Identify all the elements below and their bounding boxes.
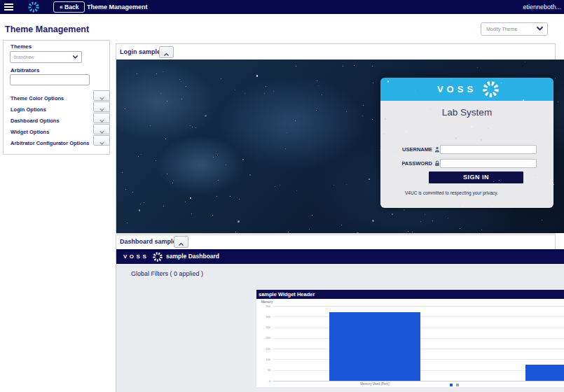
user-menu[interactable]: etienneboth... bbox=[523, 0, 561, 14]
star-dot bbox=[558, 102, 558, 102]
dashboard-brand-text: VOSS bbox=[123, 253, 149, 260]
star-dot bbox=[132, 192, 133, 192]
section-expand-button[interactable] bbox=[93, 124, 110, 134]
themes-label: Themes bbox=[11, 43, 32, 50]
star-dot bbox=[316, 110, 317, 111]
arbitrators-input[interactable] bbox=[10, 74, 90, 85]
themes-select-value: brandnew bbox=[14, 52, 34, 62]
star-dot bbox=[471, 126, 472, 127]
star-dot bbox=[433, 120, 434, 121]
star-dot bbox=[192, 127, 193, 127]
chart-y-tick-label: 150 bbox=[256, 347, 270, 351]
theme-management-page: « Back Theme Management etienneboth... T… bbox=[0, 0, 564, 392]
legend-swatch bbox=[450, 384, 453, 386]
star-dot bbox=[465, 189, 466, 190]
chevron-down-icon bbox=[99, 97, 105, 101]
star-dot bbox=[213, 157, 214, 158]
section-label: Theme Color Options bbox=[11, 95, 64, 102]
section-expand-button[interactable] bbox=[93, 135, 110, 146]
login-sample-title: Login sample bbox=[120, 48, 160, 55]
star-dot bbox=[372, 66, 373, 66]
chart-bar[interactable] bbox=[329, 312, 420, 381]
login-card-header: VOSS bbox=[380, 78, 553, 101]
star-dot bbox=[230, 196, 231, 197]
chart-y-axis-title: Memory bbox=[261, 300, 273, 304]
star-dot bbox=[127, 223, 128, 223]
star-dot bbox=[296, 190, 297, 191]
password-input[interactable] bbox=[440, 159, 537, 168]
star-dot bbox=[156, 160, 156, 161]
star-dot bbox=[412, 232, 413, 232]
star-dot bbox=[218, 180, 219, 181]
chart-y-tick-label: 350 bbox=[256, 304, 270, 308]
modify-theme-value: Modify Theme bbox=[486, 23, 517, 35]
dashboard-title: sample Dashboard bbox=[166, 249, 219, 264]
section-expand-button[interactable] bbox=[93, 90, 110, 101]
lock-icon bbox=[434, 160, 440, 167]
star-dot bbox=[125, 108, 125, 109]
star-dot bbox=[425, 214, 425, 215]
star-dot bbox=[181, 81, 181, 82]
hamburger-menu-icon[interactable] bbox=[4, 4, 13, 10]
star-dot bbox=[179, 79, 180, 80]
star-dot bbox=[420, 221, 421, 222]
star-dot bbox=[343, 66, 343, 66]
section-expand-button[interactable] bbox=[93, 102, 110, 112]
modify-theme-select[interactable]: Modify Theme bbox=[481, 22, 548, 36]
chart-bar[interactable] bbox=[525, 365, 564, 381]
star-dot bbox=[122, 172, 123, 173]
voss-logo-icon bbox=[152, 251, 163, 262]
star-dot bbox=[481, 139, 482, 141]
widget-header: sample Widget Header bbox=[256, 290, 564, 299]
global-filters-label[interactable]: Global Filters ( 0 applied ) bbox=[131, 270, 203, 277]
star-dot bbox=[205, 115, 207, 117]
star-dot bbox=[322, 94, 322, 95]
star-dot bbox=[309, 229, 310, 230]
login-sample-panel: Login sample VOSS Lab System USERNAME bbox=[116, 43, 556, 234]
star-dot bbox=[341, 225, 342, 225]
star-dot bbox=[455, 137, 458, 139]
star-dot bbox=[266, 86, 266, 87]
star-dot bbox=[167, 174, 167, 174]
star-dot bbox=[235, 90, 235, 90]
legend-swatch bbox=[456, 384, 459, 386]
back-button[interactable]: « Back bbox=[53, 1, 85, 13]
themes-select[interactable]: brandnew bbox=[10, 51, 82, 63]
star-dot bbox=[448, 218, 448, 218]
star-dot bbox=[163, 206, 164, 206]
chevron-down-icon bbox=[99, 108, 105, 112]
star-dot bbox=[363, 105, 364, 106]
login-sample-collapse-button[interactable] bbox=[159, 46, 174, 58]
chevron-down-icon bbox=[99, 130, 105, 134]
dashboard-sample-collapse-button[interactable] bbox=[174, 236, 188, 248]
login-brand-text: VOSS bbox=[437, 84, 476, 94]
chevron-down-icon bbox=[99, 141, 105, 146]
password-row: PASSWORD bbox=[380, 159, 553, 169]
star-dot bbox=[249, 174, 252, 176]
section-label: Arbitrator Configurator Options bbox=[11, 140, 90, 146]
star-dot bbox=[383, 134, 384, 134]
sign-in-button[interactable]: SIGN IN bbox=[429, 172, 523, 183]
privacy-statement: V4UC is committed to respecting your pri… bbox=[405, 190, 498, 195]
star-dot bbox=[530, 204, 531, 205]
star-dot bbox=[481, 230, 482, 230]
chart-legend[interactable] bbox=[450, 384, 459, 386]
arbitrators-label: Arbitrators bbox=[11, 67, 39, 74]
star-dot bbox=[357, 232, 358, 233]
star-dot bbox=[372, 119, 373, 120]
star-dot bbox=[163, 71, 163, 72]
star-dot bbox=[372, 220, 374, 222]
chart-y-tick-label: 200 bbox=[256, 336, 270, 340]
star-dot bbox=[490, 109, 491, 110]
star-dot bbox=[226, 164, 226, 165]
username-input[interactable] bbox=[440, 145, 537, 154]
chevron-up-icon bbox=[163, 52, 170, 57]
sidebar-section-theme-color-options: Theme Color Options bbox=[11, 90, 106, 100]
section-expand-button[interactable] bbox=[93, 113, 110, 123]
star-dot bbox=[167, 101, 167, 102]
star-dot bbox=[242, 159, 244, 160]
chart-y-tick-label: 50 bbox=[256, 368, 270, 372]
star-dot bbox=[288, 232, 289, 232]
chevron-down-icon bbox=[536, 26, 544, 31]
login-card: VOSS Lab System USERNAME bbox=[380, 78, 553, 208]
